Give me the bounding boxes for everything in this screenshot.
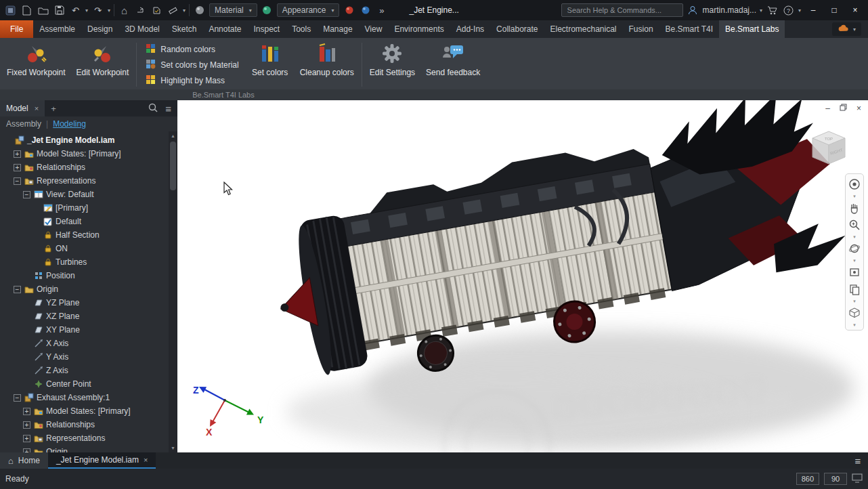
- doc-minimize-icon[interactable]: –: [825, 104, 830, 113]
- close-icon[interactable]: ×: [35, 104, 39, 112]
- tree-item-position[interactable]: Position: [0, 269, 177, 282]
- help-search-input[interactable]: [561, 3, 683, 17]
- expand-icon[interactable]: +: [23, 448, 30, 453]
- ribbon-tab-view[interactable]: View: [359, 20, 389, 38]
- doc-tab-home[interactable]: ⌂ Home: [0, 452, 48, 469]
- nav-caret-icon[interactable]: ▾: [853, 322, 856, 328]
- mode-assembly-link[interactable]: Assembly: [6, 119, 41, 129]
- cloud-sync-chip[interactable]: ▾: [832, 22, 861, 36]
- send-feedback-button[interactable]: Send feedback: [420, 40, 485, 89]
- ribbon-tab-inspect[interactable]: Inspect: [247, 20, 286, 38]
- home-view-icon[interactable]: ⌂: [118, 4, 131, 17]
- tree-item-z-axis[interactable]: Z Axis: [0, 364, 177, 377]
- undo-icon[interactable]: ↶: [69, 4, 82, 17]
- open-folder-icon[interactable]: [37, 4, 49, 17]
- random-colors-toggle[interactable]: Random colors: [143, 42, 241, 56]
- pan-hand-icon[interactable]: [846, 200, 863, 216]
- tree-item-xy-plane[interactable]: XY Plane: [0, 323, 177, 337]
- nav-caret-icon[interactable]: ▾: [853, 193, 856, 199]
- account-menu[interactable]: martin.madaj... ▾: [687, 4, 762, 17]
- scroll-up-icon[interactable]: ▲: [169, 131, 177, 140]
- red-sphere-icon[interactable]: [343, 4, 355, 17]
- ribbon-tab-sketch[interactable]: Sketch: [166, 20, 203, 38]
- ribbon-tab-add-ins[interactable]: Add-Ins: [450, 20, 490, 38]
- tree-item-model-states-primary[interactable]: +Model States: [Primary]: [0, 404, 177, 418]
- help-icon[interactable]: ?: [782, 4, 795, 17]
- tree-item-default[interactable]: Default: [0, 215, 177, 228]
- tree-item-x-axis[interactable]: X Axis: [0, 337, 177, 350]
- expand-icon[interactable]: +: [23, 421, 30, 429]
- appearance-swatch-icon[interactable]: [261, 4, 274, 17]
- ribbon-tab-environments[interactable]: Environments: [388, 20, 450, 38]
- fixed-workpoint-button[interactable]: Fixed Workpoint: [1, 40, 70, 89]
- ribbon-tab-annotate[interactable]: Annotate: [202, 20, 247, 38]
- tree-item-turbines[interactable]: Turbines: [0, 255, 177, 269]
- ribbon-tab-design[interactable]: Design: [81, 20, 118, 38]
- tree-item-view-default[interactable]: −View: Default: [0, 188, 177, 201]
- tree-item-origin[interactable]: +Origin: [0, 445, 177, 452]
- edit-settings-button[interactable]: Edit Settings: [364, 40, 420, 89]
- material-dropdown[interactable]: Material▾: [209, 3, 257, 17]
- set-colors-by-material-toggle[interactable]: Set colors by Material: [143, 58, 241, 72]
- display-status-icon[interactable]: [852, 473, 863, 485]
- graphics-viewport[interactable]: – × TOP RIGHT ▾ ▾ ▾ ▾: [177, 100, 868, 452]
- collapse-icon[interactable]: −: [14, 394, 21, 402]
- tree-item-representations[interactable]: −Representations: [0, 174, 177, 188]
- expand-icon[interactable]: +: [14, 164, 21, 171]
- navigation-wheel-icon[interactable]: [846, 176, 863, 192]
- expand-icon[interactable]: +: [23, 408, 30, 415]
- mode-modeling-link[interactable]: Modeling: [53, 119, 86, 129]
- tree-item-xz-plane[interactable]: XZ Plane: [0, 310, 177, 323]
- redo-icon[interactable]: ↷: [91, 4, 104, 17]
- help-caret-icon[interactable]: ▾: [798, 7, 801, 14]
- collapse-icon[interactable]: −: [23, 191, 30, 198]
- scrollbar-thumb[interactable]: [170, 142, 176, 190]
- ribbon-tab-collaborate[interactable]: Collaborate: [490, 20, 544, 38]
- close-button[interactable]: ×: [846, 0, 864, 20]
- save-icon[interactable]: [53, 4, 66, 17]
- scroll-down-icon[interactable]: ▼: [169, 444, 177, 452]
- zoom-icon[interactable]: [846, 217, 863, 233]
- toolbar-overflow-icon[interactable]: »: [375, 4, 388, 17]
- browser-menu-icon[interactable]: ≡: [165, 103, 171, 114]
- set-colors-button[interactable]: Set colors: [246, 40, 295, 89]
- ribbon-tab-be-smart-t4i[interactable]: Be.Smart T4I: [659, 20, 719, 38]
- minimize-button[interactable]: –: [804, 0, 822, 20]
- doc-close-icon[interactable]: ×: [856, 104, 861, 113]
- ribbon-tab-file[interactable]: File: [0, 20, 33, 38]
- collapse-icon[interactable]: −: [14, 286, 21, 293]
- collapse-icon[interactable]: −: [14, 177, 21, 185]
- ribbon-tab-manage[interactable]: Manage: [317, 20, 358, 38]
- tree-item-primary[interactable]: [Primary]: [0, 201, 177, 215]
- doc-restore-icon[interactable]: [840, 104, 847, 113]
- tree-item-jet-engine-model-iam[interactable]: _Jet Engine Model.iam: [0, 133, 177, 147]
- new-file-icon[interactable]: [20, 4, 33, 17]
- nav-caret-icon[interactable]: ▾: [853, 298, 856, 304]
- tree-item-origin[interactable]: −Origin: [0, 282, 177, 296]
- edit-workpoint-button[interactable]: Edit Workpoint: [70, 40, 134, 89]
- expand-icon[interactable]: +: [23, 435, 30, 442]
- measure-caret-icon[interactable]: ▾: [183, 7, 186, 14]
- cart-icon[interactable]: [766, 4, 779, 17]
- app-icon[interactable]: [4, 4, 17, 17]
- close-icon[interactable]: ×: [144, 456, 148, 464]
- browser-scrollbar[interactable]: ▲ ▼: [169, 131, 177, 452]
- ribbon-tab-electromechanical[interactable]: Electromechanical: [544, 20, 622, 38]
- tree-item-center-point[interactable]: Center Point: [0, 377, 177, 391]
- material-sphere-icon[interactable]: [193, 4, 206, 17]
- measure-icon[interactable]: [167, 4, 179, 17]
- maximize-button[interactable]: □: [825, 0, 843, 20]
- doc-tab-jet-engine-model[interactable]: _Jet Engine Model.iam ×: [48, 452, 156, 469]
- appearance-dropdown[interactable]: Appearance▾: [277, 3, 340, 17]
- tree-item-on[interactable]: ON: [0, 242, 177, 255]
- tree-item-exhaust-assembly-1[interactable]: −Exhaust Assembly:1: [0, 391, 177, 404]
- tree-item-y-axis[interactable]: Y Axis: [0, 350, 177, 364]
- update-icon[interactable]: [150, 4, 163, 17]
- jet-engine-3d-model[interactable]: [177, 100, 868, 452]
- ribbon-tab-3d-model[interactable]: 3D Model: [118, 20, 165, 38]
- ribbon-tab-tools[interactable]: Tools: [286, 20, 317, 38]
- return-icon[interactable]: [134, 4, 147, 17]
- expand-icon[interactable]: +: [14, 150, 21, 158]
- search-icon[interactable]: [148, 103, 158, 114]
- tree-item-model-states-primary[interactable]: +Model States: [Primary]: [0, 147, 177, 161]
